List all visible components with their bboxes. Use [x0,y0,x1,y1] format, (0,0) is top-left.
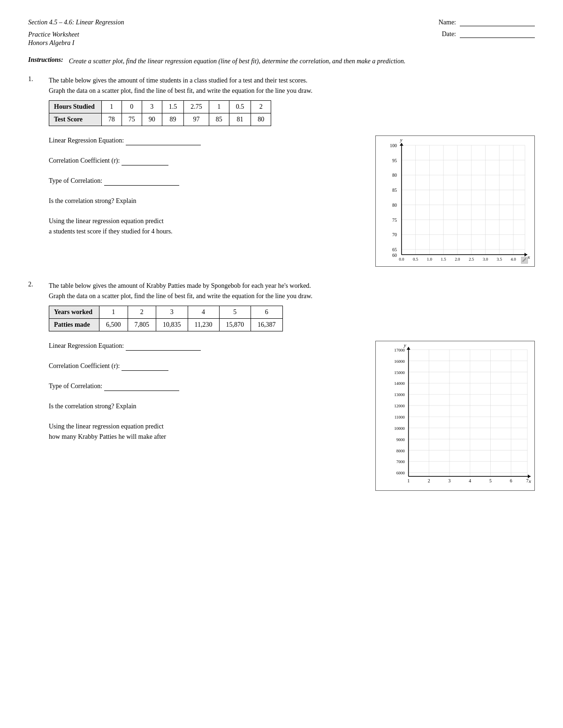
table2-s3: 10,835 [156,318,188,331]
svg-text:10000: 10000 [394,426,405,430]
table1-h8: 2 [251,100,271,113]
table2-h5: 5 [219,306,251,318]
problem-2-text-line2: Graph the data on a scatter plot, find t… [49,291,312,301]
svg-text:4: 4 [469,478,471,483]
table1-s8: 80 [251,113,271,126]
svg-marker-22 [525,253,527,256]
problem-1-table: Hours Studied 1 0 3 1.5 2.75 1 0.5 2 Tes… [49,100,271,126]
type-corr-row-2: Type of Correlation: [49,381,366,391]
corr-coeff-label-2: Correlation Coefficient (r): [49,362,120,369]
svg-text:70: 70 [392,232,397,237]
table2-s2: 7,805 [128,318,156,331]
problem-2-number: 2. [28,281,39,302]
svg-marker-69 [407,346,411,349]
table2-h6: 6 [251,306,283,318]
table1-s6: 85 [209,113,229,126]
svg-text:100: 100 [390,143,397,148]
svg-text:2.0: 2.0 [455,257,460,262]
problem-1-fields: Linear Regression Equation: Correlation … [49,135,366,267]
table2-h2: 2 [128,306,156,318]
problem-2: 2. The table below gives the amount of K… [28,281,535,491]
table2-s5: 15,870 [219,318,251,331]
date-field[interactable] [460,30,535,38]
svg-text:15000: 15000 [394,370,405,375]
svg-text:3.5: 3.5 [497,257,502,262]
corr-coeff-field-2[interactable] [122,363,168,371]
strong-corr-row-1: Is the correlation strong? Explain [49,196,366,206]
problem-2-fields: Linear Regression Equation: Correlation … [49,341,366,491]
linear-eq-row-1: Linear Regression Equation: [49,135,366,145]
table2-h4: 4 [188,306,219,318]
honors-label: Honors Algebra I [28,39,79,47]
predict-row-2: Using the linear regression equation pre… [49,421,366,443]
problem-2-text-line1: The table below gives the amount of Krab… [49,281,312,291]
table1-h6: 1 [209,100,229,113]
table1-h5: 2.75 [184,100,209,113]
linear-eq-field-2[interactable] [126,343,201,351]
section-title: Section 4.5 – 4.6: Linear Regression [28,19,124,26]
table1-s5: 97 [184,113,209,126]
svg-text:11000: 11000 [395,415,405,420]
table1-h4: 1.5 [162,100,184,113]
svg-text:2: 2 [428,478,430,483]
problem-1-number: 1. [28,75,39,97]
problem-1: 1. The table below gives the amount of t… [28,75,535,267]
predict-label-2: Using the linear regression equation pre… [49,421,366,432]
svg-text:y: y [403,342,406,347]
svg-marker-23 [400,143,403,146]
table1-s3: 90 [142,113,162,126]
svg-text:1.0: 1.0 [427,257,433,262]
problem-2-body: Linear Regression Equation: Correlation … [49,341,535,491]
table2-h1: 1 [99,306,128,318]
practice-label: Practice Worksheet [28,31,79,38]
table1-h1: 1 [101,100,122,113]
svg-text:75: 75 [392,217,397,222]
table2-header-label: Years worked [49,306,99,318]
svg-marker-68 [528,474,531,478]
linear-eq-label-2: Linear Regression Equation: [49,342,124,349]
svg-text:1.5: 1.5 [441,257,447,262]
svg-text:4.0: 4.0 [511,257,517,262]
problem-1-body: Linear Regression Equation: Correlation … [49,135,535,267]
name-field[interactable] [460,19,535,26]
svg-text:0.5: 0.5 [413,257,418,262]
date-label: Date: [442,30,456,38]
graph-2: y x [375,341,535,491]
type-corr-label-2: Type of Correlation: [49,383,102,390]
type-corr-label-1: Type of Correlation: [49,177,102,184]
svg-text:17000: 17000 [394,347,405,352]
svg-text:0.0: 0.0 [399,257,404,262]
svg-text:60: 60 [392,253,397,258]
table2-h3: 3 [156,306,188,318]
linear-eq-row-2: Linear Regression Equation: [49,341,366,351]
type-corr-row-1: Type of Correlation: [49,176,366,186]
corr-coeff-field-1[interactable] [122,158,168,165]
graph-1: y x [375,135,535,267]
type-corr-field-2[interactable] [104,383,179,391]
linear-eq-field-1[interactable] [126,138,201,145]
linear-eq-label-1: Linear Regression Equation: [49,137,124,144]
table1-header-label: Hours Studied [49,100,102,113]
svg-text:7: 7 [526,478,529,483]
type-corr-field-1[interactable] [104,178,179,186]
svg-text:3.0: 3.0 [483,257,488,262]
svg-text:85: 85 [392,188,397,193]
table1-h3: 3 [142,100,162,113]
corr-coeff-label-1: Correlation Coefficient (r): [49,157,120,164]
svg-text:65: 65 [392,247,397,252]
svg-text:13000: 13000 [394,392,405,397]
predict-text-2: how many Krabby Patties he will make aft… [49,432,366,442]
table1-s2: 75 [122,113,142,126]
svg-text:16000: 16000 [394,359,405,363]
problem-1-text-line1: The table below gives the amount of time… [49,75,312,86]
table1-score-label: Test Score [49,113,102,126]
predict-label-1: Using the linear regression equation pre… [49,216,366,226]
table2-patties-label: Patties made [49,318,99,331]
table1-s7: 81 [229,113,251,126]
instructions-section: Instructions: Create a scatter plot, fin… [28,56,535,66]
svg-text:80: 80 [392,203,397,208]
strong-corr-row-2: Is the correlation strong? Explain [49,401,366,411]
svg-text:8000: 8000 [396,448,405,453]
svg-text:12000: 12000 [394,404,405,408]
strong-corr-label-1: Is the correlation strong? Explain [49,197,137,204]
